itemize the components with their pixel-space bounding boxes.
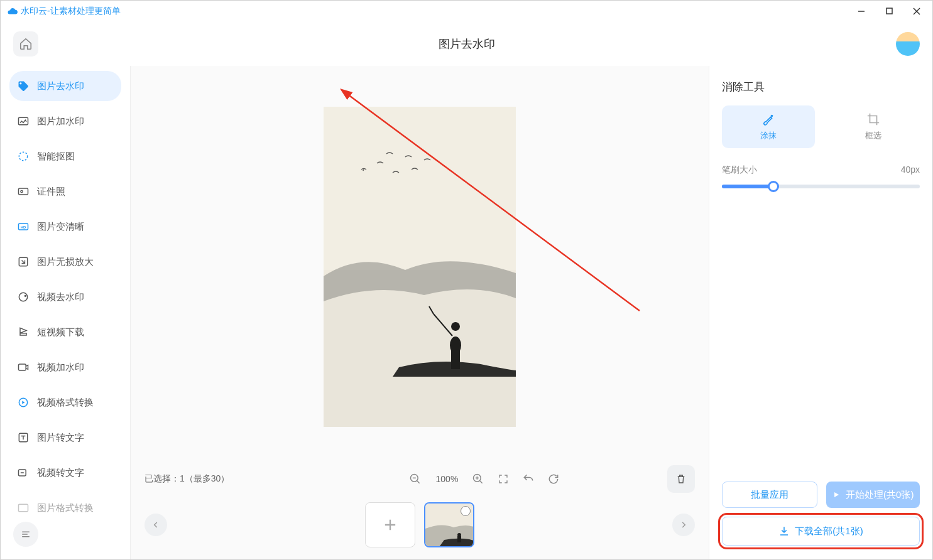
home-icon: [19, 37, 33, 51]
sidebar-item-label: 短视频下载: [37, 326, 84, 338]
close-button[interactable]: [912, 7, 921, 16]
video-plus-icon: [17, 361, 30, 374]
sidebar-item-video-download[interactable]: 短视频下载: [9, 317, 121, 347]
sidebar-item-label: 证件照: [37, 186, 65, 198]
canvas-toolbar: 已选择：1（最多30） 100%: [131, 461, 709, 497]
header: 图片去水印: [1, 22, 932, 66]
expand-icon: [17, 256, 30, 268]
sidebar-item-image-enhance[interactable]: HD 图片变清晰: [9, 212, 121, 242]
download-all-button[interactable]: 下载全部(共1张): [722, 517, 920, 546]
svg-rect-1: [887, 8, 892, 14]
next-thumbnail-button[interactable]: [672, 514, 695, 536]
start-process-button[interactable]: 开始处理(共0张): [826, 482, 920, 508]
video-text-icon: [17, 466, 30, 479]
svg-line-27: [417, 481, 420, 483]
reset-button[interactable]: [547, 472, 560, 486]
svg-point-7: [21, 190, 23, 192]
zoom-level: 100%: [434, 474, 460, 484]
selection-status: 已选择：1（最多30）: [145, 473, 229, 485]
svg-line-25: [347, 94, 640, 311]
svg-rect-13: [19, 364, 26, 370]
sidebar-item-ai-cutout[interactable]: 智能抠图: [9, 141, 121, 171]
svg-point-11: [19, 293, 27, 301]
canvas-area[interactable]: [131, 72, 709, 461]
sidebar-item-image-upscale[interactable]: 图片无损放大: [9, 247, 121, 277]
titlebar: 水印云-让素材处理更简单: [1, 1, 932, 22]
sidebar-item-remove-video-watermark[interactable]: 视频去水印: [9, 282, 121, 312]
brush-size-slider[interactable]: [722, 185, 920, 188]
sidebar-item-image-ocr[interactable]: 图片转文字: [9, 423, 121, 453]
sidebar-item-id-photo[interactable]: 证件照: [9, 176, 121, 207]
menu-icon: [20, 529, 31, 540]
download-icon: [778, 525, 790, 537]
hd-icon: HD: [17, 220, 30, 233]
undo-button[interactable]: [521, 472, 535, 486]
sidebar-item-label: 视频转文字: [37, 467, 84, 479]
svg-line-30: [480, 481, 483, 483]
sidebar-item-add-image-watermark[interactable]: 图片加水印: [9, 106, 121, 136]
svg-rect-21: [451, 350, 460, 369]
tool-tab-label: 框选: [865, 130, 881, 141]
sidebar-item-image-convert[interactable]: 图片格式转换: [9, 493, 121, 523]
thumbnail-checkbox[interactable]: [461, 506, 471, 516]
sidebar-item-label: 图片转文字: [37, 432, 84, 444]
sidebar-item-label: 视频去水印: [37, 291, 84, 303]
slider-handle[interactable]: [768, 181, 779, 192]
sidebar-item-remove-image-watermark[interactable]: 图片去水印: [9, 71, 121, 101]
svg-rect-35: [457, 536, 461, 542]
scissors-icon: [17, 150, 30, 163]
sidebar-item-label: 智能抠图: [37, 151, 75, 163]
app-title: 水印云-让素材处理更简单: [21, 6, 121, 17]
sidebar-item-label: 图片格式转换: [37, 502, 94, 514]
main-area: 已选择：1（最多30） 100%: [130, 66, 709, 559]
image-plus-icon: [17, 115, 30, 127]
sidebar-item-video-to-text[interactable]: 视频转文字: [9, 458, 121, 488]
delete-button[interactable]: [667, 465, 695, 493]
add-image-button[interactable]: [365, 502, 415, 547]
zoom-in-button[interactable]: [471, 472, 485, 486]
sidebar-item-video-convert[interactable]: 视频格式转换: [9, 387, 121, 417]
sidebar-item-label: 图片变清晰: [37, 221, 84, 233]
svg-point-12: [25, 295, 26, 297]
fullscreen-button[interactable]: [496, 472, 510, 486]
convert-icon: [17, 396, 30, 409]
annotation-arrow: [338, 85, 652, 317]
brush-icon: [761, 112, 775, 126]
tool-tab-label: 涂抹: [760, 130, 777, 141]
tool-tab-brush[interactable]: 涂抹: [722, 105, 815, 148]
sidebar-item-label: 视频格式转换: [37, 397, 94, 409]
text-icon: [17, 431, 30, 444]
svg-rect-6: [19, 188, 28, 195]
sidebar-item-add-video-watermark[interactable]: 视频加水印: [9, 352, 121, 382]
slider-fill: [722, 185, 773, 188]
brush-size-label: 笔刷大小: [722, 164, 757, 176]
sidebar-item-label: 图片加水印: [37, 116, 84, 127]
page-title: 图片去水印: [439, 36, 495, 51]
avatar[interactable]: [896, 32, 920, 56]
prev-thumbnail-button[interactable]: [145, 514, 167, 536]
maximize-button[interactable]: [885, 7, 893, 16]
panel-title: 消除工具: [722, 80, 920, 94]
sidebar-item-label: 视频加水印: [37, 362, 84, 374]
minimize-button[interactable]: [857, 7, 866, 16]
id-card-icon: [17, 185, 30, 198]
brush-size-value: 40px: [901, 164, 920, 176]
tool-tab-rect[interactable]: 框选: [827, 105, 920, 148]
sidebar: 图片去水印 图片加水印 智能抠图 证件照 HD 图片变清晰 图片无损放大 视频去…: [1, 66, 130, 559]
download-icon: [17, 326, 30, 338]
svg-point-22: [451, 322, 460, 331]
sidebar-item-label: 图片无损放大: [37, 256, 94, 268]
svg-point-5: [19, 152, 27, 160]
app-logo: 水印云-让素材处理更简单: [7, 6, 121, 17]
video-minus-icon: [17, 291, 30, 303]
svg-rect-17: [19, 504, 28, 512]
svg-text:HD: HD: [21, 225, 26, 229]
trash-icon: [675, 473, 687, 485]
sidebar-item-label: 图片去水印: [37, 80, 84, 92]
home-button[interactable]: [13, 31, 38, 57]
zoom-out-button[interactable]: [408, 472, 422, 486]
plus-icon: [381, 516, 399, 534]
sidebar-collapse-button[interactable]: [13, 522, 38, 547]
batch-apply-button[interactable]: 批量应用: [722, 482, 817, 508]
thumbnail-item[interactable]: [424, 502, 474, 547]
